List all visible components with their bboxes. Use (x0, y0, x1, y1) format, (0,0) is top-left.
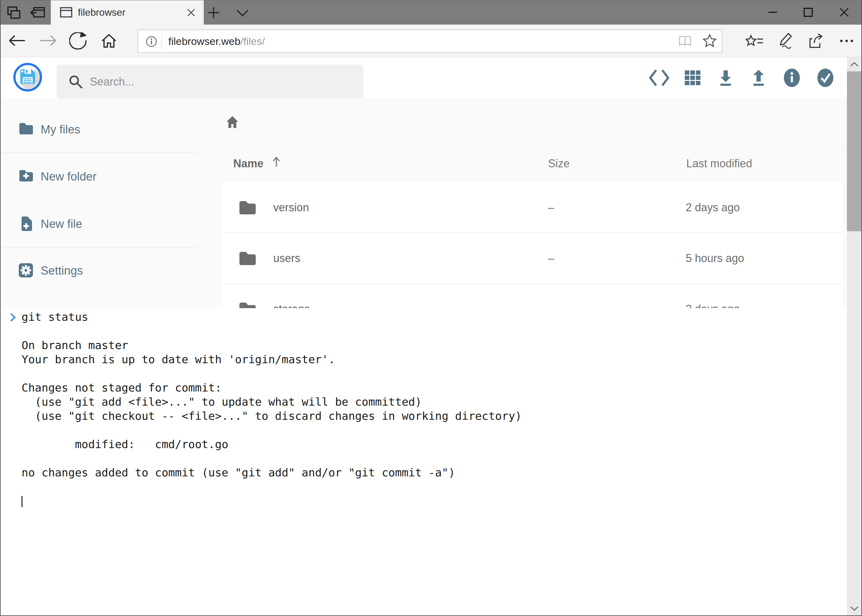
sort-up-icon (272, 156, 281, 168)
grid-view-icon[interactable] (679, 57, 707, 98)
terminal-output-line (22, 324, 847, 338)
reading-view-icon (678, 35, 693, 48)
sidebar-item-label: Settings (41, 258, 83, 284)
gear-icon (19, 263, 33, 278)
terminal-output-line: Changes not staged for commit: (22, 381, 847, 395)
file-modified: 2 days ago (686, 182, 740, 233)
column-header-name[interactable]: Name (233, 157, 263, 170)
folder-icon (239, 251, 256, 266)
set-tabs-aside-icon[interactable] (28, 6, 47, 20)
column-header-modified[interactable]: Last modified (686, 157, 752, 170)
upload-icon[interactable] (745, 57, 772, 98)
browser-window: filebrowser (0, 0, 862, 616)
file-name: version (273, 182, 309, 233)
sidebar-divider (0, 247, 199, 248)
check-circle-icon[interactable] (812, 57, 839, 98)
terminal-command: git status (22, 311, 88, 323)
terminal-output-line (22, 480, 847, 494)
browser-navbar: filebrowser.web/files/ (0, 25, 862, 57)
sidebar-item-new-file[interactable]: New file (0, 211, 199, 237)
terminal-output-line: no changes added to commit (use "git add… (22, 466, 847, 480)
folder-icon (19, 122, 33, 135)
terminal-output-line: (use "git checkout -- <file>..." to disc… (22, 409, 847, 423)
page-scrollbar[interactable] (847, 57, 861, 615)
text-cursor (22, 496, 22, 507)
back-button[interactable] (7, 33, 27, 49)
search-bar[interactable] (57, 64, 363, 98)
forward-button[interactable] (38, 33, 58, 49)
url-text: filebrowser.web/files/ (168, 30, 265, 52)
file-name: users (273, 233, 300, 283)
sidebar-item-label: New folder (41, 163, 97, 190)
tab-close-icon[interactable] (186, 7, 196, 18)
sidebar-item-my-files[interactable]: My files (0, 116, 199, 143)
terminal-command-line: git status (22, 310, 847, 324)
url-host: filebrowser.web (168, 35, 240, 47)
breadcrumb-home-icon[interactable] (225, 115, 239, 129)
app-header (0, 57, 847, 98)
folder-plus-icon (19, 169, 33, 182)
maximize-button[interactable] (799, 0, 817, 25)
search-icon (68, 74, 83, 89)
prompt-chevron-icon (9, 313, 17, 322)
download-icon[interactable] (712, 57, 739, 98)
folder-icon (239, 200, 256, 215)
sidebar-item-settings[interactable]: Settings (0, 258, 199, 284)
sidebar-item-label: My files (41, 116, 80, 143)
scroll-down-icon[interactable] (847, 601, 861, 615)
listing-divider (222, 147, 847, 148)
refresh-icon[interactable] (68, 32, 87, 50)
tab-list-chevron-icon[interactable] (235, 8, 251, 18)
scrollbar-thumb[interactable] (847, 71, 861, 231)
floppy-logo-icon[interactable] (13, 63, 43, 92)
terminal-output-line (22, 423, 847, 437)
browser-tab[interactable]: filebrowser (51, 0, 204, 25)
terminal-output-line (22, 451, 847, 466)
terminal-output-line: Your branch is up to date with 'origin/m… (22, 352, 847, 366)
sidebar-divider (0, 152, 199, 153)
pen-annotate-icon[interactable] (776, 33, 794, 49)
favorites-bar-icon[interactable] (745, 33, 764, 49)
terminal-output-line: On branch master (22, 338, 847, 352)
search-input[interactable] (89, 64, 355, 99)
page-icon (60, 7, 72, 17)
close-button[interactable] (835, 0, 854, 25)
column-header-size[interactable]: Size (548, 157, 570, 170)
address-bar[interactable]: filebrowser.web/files/ (137, 30, 722, 53)
file-size: – (548, 233, 554, 283)
scroll-up-icon[interactable] (847, 57, 861, 71)
home-icon[interactable] (100, 33, 118, 49)
terminal-output-line: (use "git add <file>..." to update what … (22, 395, 847, 409)
browser-titlebar: filebrowser (0, 0, 862, 25)
sidebar-item-label: New file (41, 211, 82, 237)
favorite-star-icon[interactable] (702, 34, 717, 49)
file-row-users[interactable]: users – 5 hours ago (222, 233, 843, 283)
share-icon[interactable] (806, 33, 824, 49)
terminal-cursor-line (22, 494, 847, 508)
file-plus-icon (20, 216, 33, 232)
tab-title: filebrowser (78, 0, 126, 25)
file-row-version[interactable]: version – 2 days ago (222, 182, 843, 233)
tab-preview-icon[interactable] (6, 6, 23, 20)
code-icon[interactable] (645, 57, 673, 98)
minimize-button[interactable] (764, 0, 782, 25)
new-tab-button[interactable] (206, 6, 221, 20)
sidebar-item-new-folder[interactable]: New folder (0, 163, 199, 190)
file-size: – (548, 182, 554, 233)
info-circle-icon[interactable] (778, 57, 806, 98)
terminal-panel[interactable]: git status On branch master Your branch … (1, 308, 847, 615)
terminal-output-line: modified: cmd/root.go (22, 437, 847, 451)
file-modified: 5 hours ago (686, 233, 744, 283)
url-path: /files/ (240, 35, 265, 47)
site-info-icon[interactable] (145, 36, 157, 47)
terminal-output-line (22, 366, 847, 381)
more-menu-icon[interactable] (838, 33, 856, 49)
